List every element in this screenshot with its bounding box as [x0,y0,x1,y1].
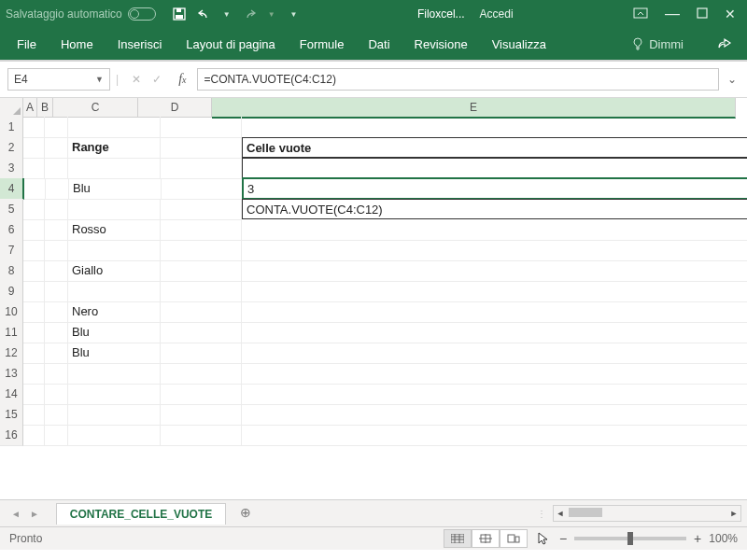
cell[interactable]: 3 [243,178,747,199]
cell[interactable] [68,425,161,446]
cell[interactable]: Range [68,137,161,159]
cell[interactable] [161,281,242,302]
cell[interactable] [45,281,68,302]
column-header[interactable]: B [37,98,53,118]
row-header[interactable]: 7 [0,240,23,261]
cell[interactable] [161,425,242,446]
cell[interactable] [242,425,747,446]
maximize-icon[interactable] [697,7,708,21]
cell[interactable] [242,322,747,343]
row-header[interactable]: 3 [0,158,23,179]
row-header[interactable]: 14 [0,384,23,405]
column-header[interactable]: E [212,98,736,119]
cell[interactable] [68,240,161,261]
cell[interactable] [242,363,747,385]
cell[interactable]: Celle vuote [242,137,747,158]
zoom-in-icon[interactable]: + [694,531,701,546]
cell[interactable] [161,343,242,364]
cell[interactable] [23,343,45,364]
fx-icon[interactable]: fx [178,72,186,87]
cell[interactable] [45,219,68,241]
select-all-corner[interactable] [0,98,23,118]
tab-file[interactable]: File [15,32,38,57]
close-icon[interactable]: ✕ [725,7,736,21]
row-header[interactable]: 12 [0,343,23,364]
scroll-left-icon[interactable]: ◄ [554,509,567,518]
undo-icon[interactable] [197,8,212,20]
cell[interactable] [23,281,45,302]
cell[interactable] [68,281,161,302]
cell[interactable] [242,301,747,323]
cell[interactable] [161,137,242,159]
tab-data[interactable]: Dati [366,32,391,57]
cell[interactable] [45,240,68,261]
cell[interactable] [161,240,242,261]
cell[interactable] [45,199,68,220]
cell[interactable] [23,425,45,446]
cell[interactable] [161,117,242,138]
zoom-slider[interactable] [574,537,686,540]
cell[interactable] [23,404,45,426]
cell[interactable] [242,117,747,138]
cell[interactable] [23,322,45,343]
name-box[interactable]: E4 ▼ [7,68,110,91]
sheet-nav-prev-icon[interactable]: ◄ [11,509,21,519]
tab-insert[interactable]: Inserisci [116,32,164,57]
redo-dropdown-icon[interactable]: ▼ [268,10,275,19]
cell[interactable] [161,322,242,343]
cell[interactable]: CONTA.VUOTE(C4:C12) [242,199,747,219]
cell[interactable] [45,301,68,323]
cell[interactable] [23,240,45,261]
row-header[interactable]: 4 [0,178,24,200]
cell[interactable] [45,158,68,179]
cell[interactable] [242,281,747,302]
tab-home[interactable]: Home [59,32,95,57]
row-header[interactable]: 16 [0,425,23,446]
add-sheet-icon[interactable]: ⊕ [237,505,254,522]
cell[interactable] [23,117,45,138]
cell[interactable] [68,158,161,179]
share-icon[interactable] [717,36,732,52]
cell[interactable] [161,260,242,282]
cell[interactable] [242,158,747,178]
cell[interactable]: Blu [68,343,161,364]
cell[interactable] [45,260,68,282]
redo-icon[interactable] [242,8,257,20]
cell[interactable] [161,158,242,179]
row-header[interactable]: 10 [0,301,23,323]
cell[interactable] [242,219,747,241]
cell[interactable] [161,404,242,426]
cell[interactable] [242,240,747,261]
autosave-toggle[interactable]: Salvataggio automatico [6,7,156,21]
row-header[interactable]: 1 [0,117,23,138]
qat-customize-icon[interactable]: ▼ [290,10,298,19]
minimize-icon[interactable]: — [665,6,680,22]
undo-dropdown-icon[interactable]: ▼ [223,10,231,19]
cell[interactable] [23,363,45,385]
row-header[interactable]: 9 [0,281,23,302]
cell[interactable] [68,384,161,405]
cell[interactable] [68,363,161,385]
cell[interactable]: Blu [68,322,161,343]
cell[interactable] [161,219,242,241]
sheet-nav-next-icon[interactable]: ► [30,509,39,519]
normal-view-icon[interactable] [444,529,472,548]
cell[interactable]: Giallo [68,260,161,282]
tab-review[interactable]: Revisione [413,32,470,57]
cancel-formula-icon[interactable]: ✕ [132,73,141,86]
cell[interactable] [45,343,68,364]
cell[interactable] [23,219,45,241]
horizontal-scrollbar[interactable]: ◄ ► [553,505,741,522]
zoom-out-icon[interactable]: − [559,531,567,546]
cell[interactable] [45,363,68,385]
cell[interactable] [162,178,243,200]
cell[interactable] [23,260,45,282]
grip-icon[interactable]: ⋮ [531,509,553,519]
spreadsheet-grid[interactable]: ABCDE 12RangeCelle vuote34Blu35CONTA.VUO… [0,98,747,499]
row-header[interactable]: 15 [0,404,23,426]
row-header[interactable]: 6 [0,219,23,241]
cell[interactable]: Nero [68,301,161,323]
cell[interactable] [161,384,242,405]
cell[interactable] [45,425,68,446]
cell[interactable] [242,260,747,282]
